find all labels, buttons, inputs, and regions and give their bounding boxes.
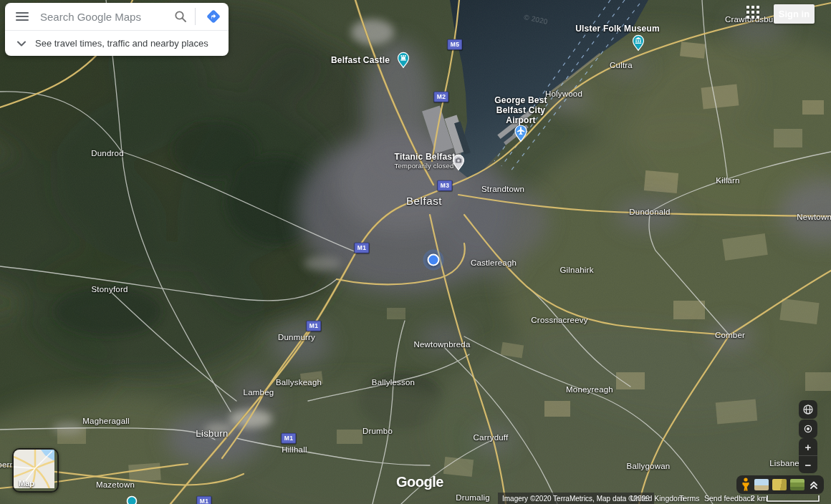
imagery-bar xyxy=(736,475,824,494)
castle-icon[interactable] xyxy=(397,51,410,71)
search-input[interactable] xyxy=(39,10,170,24)
search-row xyxy=(5,3,229,30)
my-location-button[interactable] xyxy=(799,420,817,438)
divider xyxy=(195,8,196,25)
pegman-icon[interactable] xyxy=(741,478,751,492)
scale-bar xyxy=(767,495,820,502)
sign-in-button[interactable]: Sign in xyxy=(774,4,815,24)
imagery-thumbnail[interactable] xyxy=(772,479,787,490)
dot-pin-icon[interactable] xyxy=(126,495,138,504)
search-card: See travel times, traffic and nearby pla… xyxy=(5,3,229,56)
terms-link[interactable]: Terms xyxy=(679,494,700,503)
google-logo: Google xyxy=(396,475,443,489)
collapse-chevrons-icon[interactable] xyxy=(808,479,820,490)
map-view-toggle[interactable]: Map xyxy=(12,448,59,493)
globe-icon xyxy=(802,404,814,415)
satellite-map-canvas[interactable] xyxy=(0,0,831,504)
airplane-icon[interactable] xyxy=(514,124,529,145)
directions-icon[interactable] xyxy=(201,4,226,29)
imagery-attribution-text: Imagery ©2020 TerraMetrics, Map data ©20… xyxy=(502,495,650,503)
imagery-thumbnail[interactable] xyxy=(754,479,769,490)
zoom-controls: + − xyxy=(799,438,817,473)
google-maps-app: Belfast CastleUlster Folk MuseumCrawford… xyxy=(0,0,831,504)
menu-icon[interactable] xyxy=(16,12,29,21)
my-location-icon xyxy=(802,423,814,435)
chevron-down-icon xyxy=(17,41,26,47)
camera-icon[interactable] xyxy=(452,153,466,173)
send-feedback-link[interactable]: Send feedback xyxy=(704,494,754,503)
imagery-thumbnail[interactable] xyxy=(790,479,804,490)
search-icon[interactable] xyxy=(170,6,191,26)
map-inset-label: Map xyxy=(19,479,34,488)
globe-view-button[interactable] xyxy=(799,400,817,419)
museum-icon[interactable] xyxy=(632,34,645,54)
google-apps-icon[interactable] xyxy=(746,6,759,19)
attribution-region: United Kingdom xyxy=(630,494,684,503)
scale-label: 2 km xyxy=(751,494,767,503)
travel-times-banner[interactable]: See travel times, traffic and nearby pla… xyxy=(5,30,229,56)
zoom-in-button[interactable]: + xyxy=(799,438,817,455)
zoom-out-button[interactable]: − xyxy=(799,455,817,473)
banner-label: See travel times, traffic and nearby pla… xyxy=(35,38,208,49)
